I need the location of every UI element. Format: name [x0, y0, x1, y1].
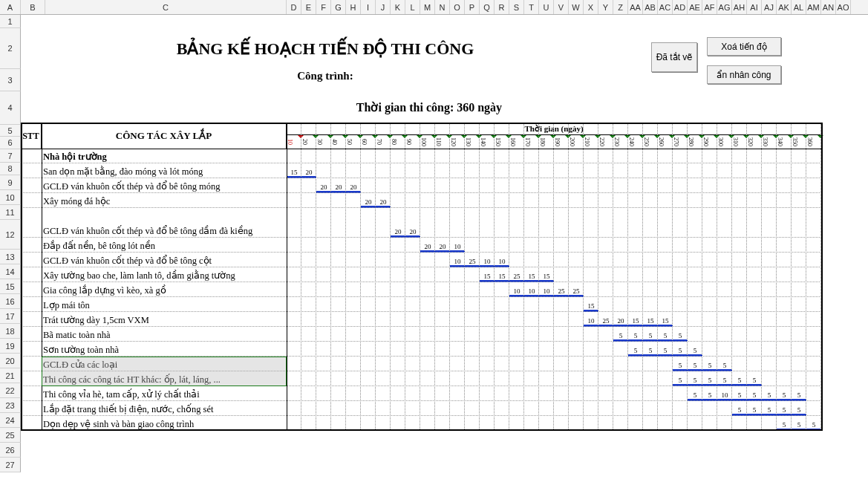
row-header[interactable]: 6 [0, 137, 21, 149]
column-header[interactable]: AJ [762, 0, 777, 14]
task-row[interactable]: Lắp đặt trang thiết bị điện, nước, chống… [21, 401, 823, 416]
row-header[interactable]: 15 [0, 279, 21, 294]
row-header[interactable]: 24 [0, 413, 21, 428]
column-header[interactable]: AF [702, 0, 717, 14]
column-header[interactable]: X [584, 0, 598, 14]
column-header[interactable]: D [287, 0, 301, 14]
task-label: Đắp đất nền, bê tông lót nền [43, 238, 285, 253]
column-header[interactable]: AG [717, 0, 732, 14]
gantt-value: 5 [673, 362, 688, 369]
row-header[interactable]: 20 [0, 354, 21, 368]
column-header[interactable]: AN [821, 0, 836, 14]
day-header: 250 [643, 135, 658, 149]
column-header[interactable]: AI [747, 0, 762, 14]
task-row[interactable]: Xây móng đá hộc2020 [21, 193, 823, 208]
row-header[interactable]: 3 [0, 69, 21, 91]
row-header[interactable]: 8 [0, 163, 21, 175]
task-row[interactable]: Sơn tường toàn nhà55555 [21, 342, 823, 357]
task-row[interactable]: GCLĐ ván khuôn cốt thép và đổ bê tông dầ… [21, 208, 823, 238]
row-header[interactable]: 18 [0, 324, 21, 339]
row-headers[interactable]: 1234567891011121314151617181920212223242… [0, 15, 21, 472]
column-header[interactable]: Z [613, 0, 628, 14]
column-header[interactable]: P [465, 0, 480, 14]
column-header[interactable]: C [45, 0, 287, 14]
task-row[interactable]: Trát tường dày 1,5cm VXM102520151515 [21, 312, 823, 327]
column-header[interactable]: K [391, 0, 405, 14]
row-header[interactable]: 11 [0, 205, 21, 220]
column-header[interactable]: E [301, 0, 316, 14]
task-row[interactable]: Dọn dẹp vệ sinh và bàn giao công trình55… [21, 416, 823, 431]
column-header[interactable]: F [316, 0, 331, 14]
task-row[interactable]: GCLĐ ván khuôn cốt thép và đổ bê tông cộ… [21, 253, 823, 267]
gantt-value: 5 [806, 421, 821, 429]
column-header[interactable]: AE [688, 0, 702, 14]
row-header[interactable]: 19 [0, 339, 21, 354]
row-header[interactable]: 17 [0, 309, 21, 324]
row-header[interactable]: 22 [0, 383, 21, 398]
row-header[interactable]: 13 [0, 250, 21, 264]
task-row[interactable]: San dọn mặt bằng, đào móng và lót móng15… [21, 163, 823, 178]
column-header[interactable]: A [0, 0, 21, 14]
task-row[interactable]: Đắp đất nền, bê tông lót nền202010 [21, 238, 823, 253]
column-header[interactable]: AB [643, 0, 658, 14]
column-header[interactable]: S [509, 0, 524, 14]
column-header[interactable]: AK [777, 0, 792, 14]
row-header[interactable]: 10 [0, 190, 21, 205]
row-header[interactable]: 12 [0, 220, 21, 250]
task-row[interactable]: Gia công lắp dựng vì kèo, xà gồ101010252… [21, 282, 823, 297]
row-header[interactable]: 4 [0, 91, 21, 125]
column-header[interactable]: T [524, 0, 539, 14]
column-header[interactable]: AM [806, 0, 821, 14]
row-header[interactable]: 5 [0, 125, 21, 137]
row-header[interactable]: 9 [0, 175, 21, 190]
column-header[interactable]: R [495, 0, 509, 14]
column-header[interactable]: M [420, 0, 435, 14]
clear-schedule-button[interactable]: Xoá tiến độ [707, 37, 781, 56]
column-header[interactable]: Y [598, 0, 613, 14]
task-row[interactable]: Xây tường bao che, làm lanh tô, dầm giằn… [21, 267, 823, 282]
toggle-draw-button[interactable]: Đã tắt vẽ [651, 42, 697, 72]
column-headers[interactable]: ABCDEFGHIJKLMNOPQRSTUVWXYZAAABACADAEAFAG… [0, 0, 868, 15]
column-header[interactable]: AC [658, 0, 673, 14]
day-header: 310 [732, 135, 747, 149]
row-header[interactable]: 23 [0, 398, 21, 413]
column-header[interactable]: H [346, 0, 361, 14]
hide-labor-button[interactable]: ẩn nhân công [707, 65, 781, 84]
column-header[interactable]: W [569, 0, 584, 14]
day-header: 210 [584, 135, 598, 149]
column-header[interactable]: L [405, 0, 420, 14]
cell-selection[interactable] [42, 357, 287, 386]
task-row[interactable]: Lợp mái tôn15 [21, 297, 823, 312]
column-header[interactable]: G [331, 0, 346, 14]
column-header[interactable]: AH [732, 0, 747, 14]
gantt-zone: 2020 [287, 193, 821, 208]
task-row[interactable]: Nhà hội trường [21, 149, 823, 163]
row-header[interactable]: 14 [0, 264, 21, 279]
column-header[interactable]: AO [836, 0, 851, 14]
row-header[interactable]: 1 [0, 15, 21, 28]
row-header[interactable]: 27 [0, 458, 21, 472]
column-header[interactable]: Q [480, 0, 495, 14]
column-header[interactable]: J [376, 0, 391, 14]
task-row[interactable]: Bã matic toàn nhà55555 [21, 327, 823, 342]
column-header[interactable]: O [450, 0, 465, 14]
column-header[interactable]: U [539, 0, 554, 14]
row-header[interactable]: 7 [0, 149, 21, 163]
column-header[interactable]: AA [628, 0, 643, 14]
gantt-value: 5 [688, 377, 702, 384]
column-header[interactable]: AD [673, 0, 688, 14]
column-header[interactable]: B [21, 0, 45, 14]
row-header[interactable]: 16 [0, 294, 21, 309]
task-row[interactable]: GCLĐ ván khuôn cốt thép và đổ bê tông mó… [21, 178, 823, 193]
column-header[interactable]: V [554, 0, 569, 14]
column-header[interactable]: AL [792, 0, 806, 14]
duration-line: Thời gian thi công: 360 ngày [21, 100, 838, 114]
row-header[interactable]: 2 [0, 28, 21, 69]
column-header[interactable]: N [435, 0, 450, 14]
column-header[interactable]: I [361, 0, 376, 14]
row-header[interactable]: 25 [0, 428, 21, 443]
row-header[interactable]: 21 [0, 368, 21, 383]
row-header[interactable]: 26 [0, 443, 21, 458]
day-header: 10 [287, 135, 301, 149]
task-row[interactable]: Thi công vỉa hè, tam cấp, xử lý chất thả… [21, 386, 823, 401]
